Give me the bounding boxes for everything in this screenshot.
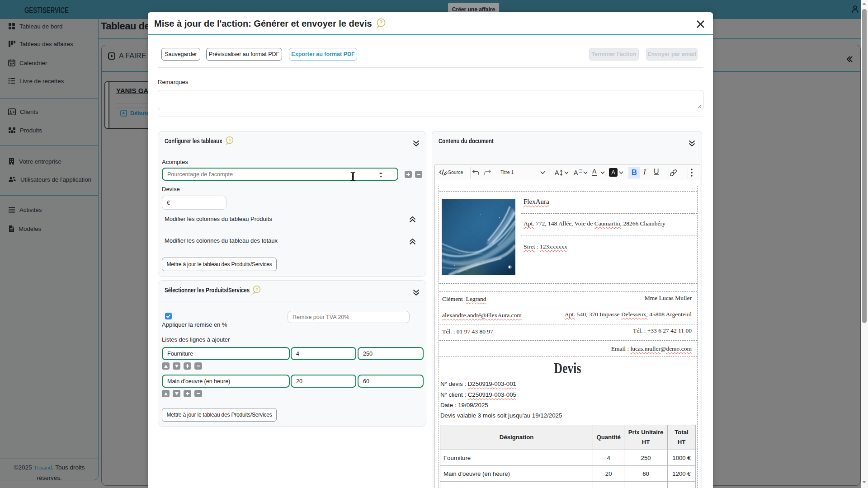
svg-text:?: ? (379, 19, 382, 26)
svg-text:?: ? (255, 287, 258, 292)
svg-text:?: ? (228, 138, 231, 143)
